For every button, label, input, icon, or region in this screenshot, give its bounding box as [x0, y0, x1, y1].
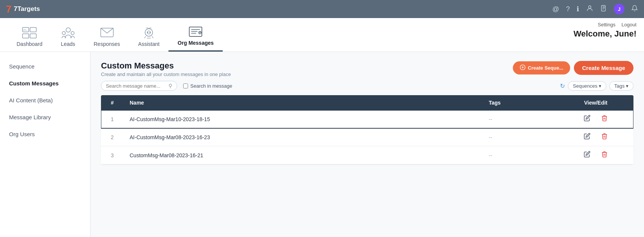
search-input[interactable] [106, 83, 166, 89]
search-in-message-option: Search in message [183, 83, 232, 89]
delete-button[interactable] [601, 133, 608, 141]
nav-label-assistant: Assistant [138, 41, 160, 47]
welcome-text: Welcome, June! [574, 29, 636, 39]
logo-text: 7Targets [14, 5, 40, 13]
svg-point-20 [150, 32, 151, 33]
messages-table: # Name Tags View/Edit 1 AI-CustomMsg-Mar… [101, 95, 633, 164]
svg-rect-1 [601, 5, 606, 11]
svg-rect-21 [190, 27, 202, 36]
col-header-name: Name [124, 95, 483, 110]
sidebar-item-custom-messages[interactable]: Custom Messages [0, 75, 90, 92]
svg-point-16 [145, 29, 153, 36]
cell-name: AI-CustomMsg-Mar10-2023-18-15 [124, 110, 483, 128]
table-row: 3 CustomMsg-Mar08-2023-16-21 -- [101, 146, 633, 164]
nav-item-org-messages[interactable]: Org Messages [168, 18, 223, 52]
edit-button[interactable] [584, 133, 590, 141]
main-layout: Sequence Custom Messages AI Content (Bet… [0, 52, 644, 237]
table-header-row: # Name Tags View/Edit [101, 95, 633, 110]
delete-button[interactable] [601, 151, 608, 160]
refresh-button[interactable]: ↻ [560, 82, 565, 90]
toolbar: ⚲ Search in message ↻ Sequences ▾ Tags ▾ [101, 81, 633, 91]
top-icons: @ ? ℹ J [552, 4, 638, 14]
edit-button[interactable] [584, 115, 590, 123]
svg-point-19 [147, 32, 148, 33]
sidebar-item-ai-content[interactable]: AI Content (Beta) [0, 92, 90, 109]
cell-name: CustomMsg-Mar08-2023-16-21 [124, 146, 483, 164]
nav-label-org-messages: Org Messages [177, 40, 214, 46]
nav-item-responses[interactable]: Responses [85, 18, 129, 52]
svg-point-0 [589, 6, 591, 8]
cell-tags: -- [483, 110, 558, 128]
content-title-area: Custom Messages Create and maintain all … [101, 61, 231, 77]
toolbar-right: ↻ Sequences ▾ Tags ▾ [560, 81, 633, 91]
table-row: 2 AI-CustomMsg-Mar08-2023-16-23 -- [101, 128, 633, 146]
col-header-num: # [101, 95, 124, 110]
cell-tags: -- [483, 128, 558, 146]
tags-dropdown[interactable]: Tags ▾ [609, 81, 633, 91]
content-header: Custom Messages Create and maintain all … [101, 61, 633, 77]
col-header-tags: Tags [483, 95, 558, 110]
svg-rect-5 [23, 27, 29, 32]
sequences-dropdown[interactable]: Sequences ▾ [568, 81, 606, 91]
page-title: Custom Messages [101, 61, 231, 71]
search-in-message-checkbox[interactable] [183, 84, 188, 88]
search-in-message-label: Search in message [190, 83, 232, 89]
cell-actions [558, 110, 633, 128]
cell-actions [558, 128, 633, 146]
svg-point-14 [71, 32, 74, 35]
header-buttons: Create Seque... Create Message [513, 61, 633, 75]
help-icon[interactable]: ? [566, 5, 570, 13]
bell-icon[interactable] [631, 5, 638, 14]
create-seq-icon [520, 64, 526, 71]
svg-point-13 [62, 32, 65, 35]
sidebar-item-sequence[interactable]: Sequence [0, 58, 90, 75]
nav-item-dashboard[interactable]: Dashboard [8, 18, 52, 52]
svg-rect-7 [23, 34, 29, 38]
toolbar-left: ⚲ Search in message [101, 81, 232, 91]
search-box: ⚲ [101, 81, 177, 91]
nav-label-dashboard: Dashboard [17, 41, 43, 47]
settings-link[interactable]: Settings [598, 22, 615, 27]
nav-right: Settings Logout Welcome, June! [574, 22, 636, 39]
cell-num: 1 [101, 110, 124, 128]
page-subtitle: Create and maintain all your custom mess… [101, 71, 231, 77]
cell-num: 3 [101, 146, 124, 164]
svg-point-12 [66, 28, 70, 32]
sidebar-item-org-users[interactable]: Org Users [0, 126, 90, 143]
document-icon[interactable] [600, 5, 607, 14]
table-row: 1 AI-CustomMsg-Mar10-2023-18-15 -- [101, 110, 633, 128]
nav-item-assistant[interactable]: Assistant [129, 18, 169, 52]
delete-button[interactable] [601, 115, 608, 123]
svg-rect-6 [30, 27, 37, 32]
content-area: Custom Messages Create and maintain all … [90, 52, 644, 237]
nav-right-links: Settings Logout [574, 22, 636, 27]
cell-name: AI-CustomMsg-Mar08-2023-16-23 [124, 128, 483, 146]
create-seq-label: Create Seque... [528, 65, 563, 71]
at-icon[interactable]: @ [552, 5, 559, 13]
edit-button[interactable] [584, 151, 590, 160]
nav-item-leads[interactable]: Leads [52, 18, 85, 52]
sidebar-item-message-library[interactable]: Message Library [0, 109, 90, 126]
nav-bar: Dashboard Leads Responses [0, 18, 644, 52]
info-icon[interactable]: ℹ [577, 5, 579, 13]
svg-rect-8 [30, 34, 37, 38]
logo-number: 7 [6, 4, 11, 14]
cell-actions [558, 146, 633, 164]
cell-tags: -- [483, 146, 558, 164]
user-icon[interactable] [586, 5, 594, 14]
top-bar: 7 7Targets @ ? ℹ J [0, 0, 644, 18]
logo-area: 7 7Targets [6, 4, 40, 14]
nav-items: Dashboard Leads Responses [8, 18, 223, 52]
logout-link[interactable]: Logout [621, 22, 636, 27]
sidebar: Sequence Custom Messages AI Content (Bet… [0, 52, 90, 237]
avatar-icon[interactable]: J [614, 4, 624, 14]
create-message-button[interactable]: Create Message [574, 61, 633, 75]
create-sequence-button[interactable]: Create Seque... [513, 61, 570, 74]
search-icon: ⚲ [168, 83, 172, 89]
cell-num: 2 [101, 128, 124, 146]
nav-label-leads: Leads [61, 41, 75, 47]
col-header-viewedit: View/Edit [558, 95, 633, 110]
nav-label-responses: Responses [94, 41, 120, 47]
